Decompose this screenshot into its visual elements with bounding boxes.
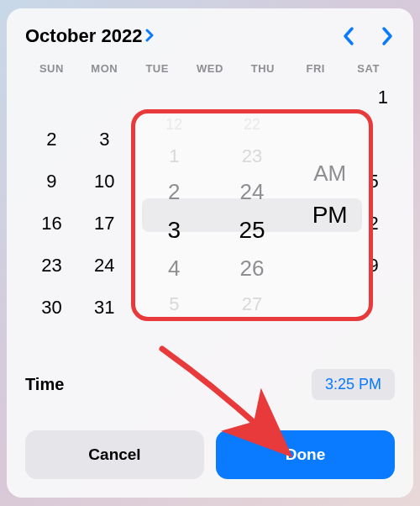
minute-wheel[interactable]: 22 23 24 25 26 27 xyxy=(213,122,291,308)
next-month-button[interactable] xyxy=(380,25,395,47)
day-cell[interactable]: 1 xyxy=(342,87,395,108)
picker-item: 23 xyxy=(242,145,262,167)
day-header: TUE xyxy=(131,62,184,75)
button-row: Cancel Done xyxy=(25,430,395,479)
month-year-button[interactable]: October 2022 xyxy=(25,25,155,47)
day-header: MON xyxy=(78,62,131,75)
day-cell[interactable]: 10 xyxy=(78,171,131,192)
day-cell[interactable]: 31 xyxy=(78,297,131,319)
month-year-label: October 2022 xyxy=(25,25,142,47)
prev-month-button[interactable] xyxy=(341,25,356,47)
picker-item: 27 xyxy=(242,293,262,315)
picker-item: 26 xyxy=(240,256,265,282)
time-value-button[interactable]: 3:25 PM xyxy=(312,369,395,400)
picker-item: 12 xyxy=(165,116,182,134)
day-of-week-headers: SUN MON TUE WED THU FRI SAT xyxy=(25,62,395,75)
picker-content: 12 1 2 3 4 5 22 23 24 25 26 27 AM PM XX xyxy=(135,122,369,308)
time-picker-wheel[interactable]: 12 1 2 3 4 5 22 23 24 25 26 27 AM PM XX xyxy=(131,109,373,321)
time-label: Time xyxy=(25,375,64,394)
date-time-picker-sheet: October 2022 SUN MON TUE WED THU FRI SAT xyxy=(7,8,413,498)
day-header: FRI xyxy=(289,62,342,75)
day-cell[interactable]: 30 xyxy=(25,297,78,319)
picker-item: AM xyxy=(313,158,346,188)
cancel-button[interactable]: Cancel xyxy=(25,430,204,479)
day-cell[interactable]: 9 xyxy=(25,171,78,192)
picker-item: 4 xyxy=(168,256,180,282)
day-header: SAT xyxy=(342,62,395,75)
day-cell[interactable]: 23 xyxy=(25,255,78,277)
picker-item: 2 xyxy=(168,179,180,205)
header: October 2022 xyxy=(25,25,395,47)
picker-item: 22 xyxy=(244,116,260,134)
picker-item-selected: 3 xyxy=(168,217,181,244)
day-cell[interactable]: 3 xyxy=(78,129,131,150)
day-header: SUN xyxy=(25,62,78,75)
day-header: WED xyxy=(184,62,237,75)
picker-item: 1 xyxy=(169,145,179,167)
day-cell[interactable]: 24 xyxy=(78,255,131,277)
picker-item: 5 xyxy=(169,293,179,315)
ampm-wheel[interactable]: AM PM XX xyxy=(291,122,369,308)
day-cell[interactable]: 2 xyxy=(25,129,78,150)
month-nav xyxy=(341,25,395,47)
time-row: Time 3:25 PM xyxy=(25,369,395,400)
picker-item-selected: 25 xyxy=(239,217,265,244)
day-header: THU xyxy=(236,62,289,75)
picker-item-selected: PM xyxy=(312,200,348,230)
day-cell[interactable]: 16 xyxy=(25,213,78,235)
picker-item: 24 xyxy=(240,179,265,205)
chevron-right-icon xyxy=(145,27,155,46)
done-button[interactable]: Done xyxy=(216,430,395,479)
hour-wheel[interactable]: 12 1 2 3 4 5 xyxy=(135,122,213,308)
day-cell[interactable]: 17 xyxy=(78,213,131,235)
